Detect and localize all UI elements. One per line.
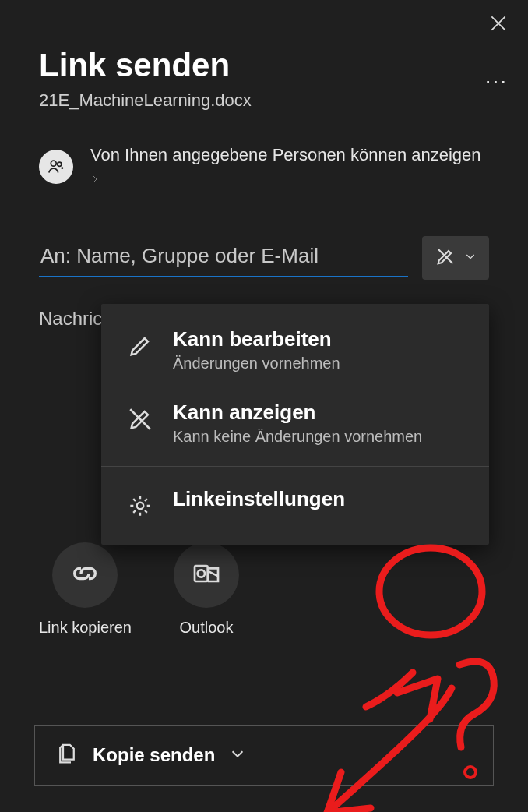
copy-link-button[interactable]: Link kopieren: [39, 542, 132, 637]
copy-file-icon: [55, 742, 79, 768]
gear-icon: [125, 490, 156, 521]
svg-point-2: [137, 503, 144, 510]
chevron-right-icon: [90, 168, 100, 188]
cannot-edit-icon: [435, 245, 456, 270]
more-options-button[interactable]: ···: [485, 69, 508, 94]
permission-level-button[interactable]: [422, 236, 489, 280]
chevron-down-icon: [229, 745, 246, 765]
people-icon: [39, 150, 73, 184]
permission-option-view[interactable]: Kann anzeigen Kann keine Änderungen vorn…: [101, 387, 489, 460]
permission-option-title: Kann bearbeiten: [173, 327, 340, 351]
send-copy-button[interactable]: Kopie senden: [34, 725, 494, 786]
send-copy-label: Kopie senden: [93, 744, 215, 766]
permission-option-title: Kann anzeigen: [173, 401, 422, 425]
svg-point-1: [58, 162, 62, 166]
permission-option-subtitle: Kann keine Änderungen vornehmen: [173, 428, 422, 446]
svg-point-4: [198, 570, 205, 577]
link-scope-button[interactable]: Von Ihnen angegebene Personen können anz…: [39, 143, 489, 189]
outlook-button[interactable]: Outlook: [174, 542, 239, 637]
file-name: 21E_MachineLearning.docx: [39, 90, 489, 111]
recipients-input[interactable]: [39, 239, 408, 277]
outlook-icon: [191, 558, 222, 592]
link-settings-title: Linkeinstellungen: [173, 487, 345, 511]
pencil-icon: [125, 330, 156, 362]
chevron-down-icon: [464, 250, 477, 266]
close-icon: [488, 13, 509, 34]
link-scope-text: Von Ihnen angegebene Personen können anz…: [90, 143, 489, 189]
svg-point-5: [379, 548, 482, 635]
svg-point-0: [51, 161, 56, 166]
dialog-title: Link senden: [39, 47, 489, 84]
permission-option-edit[interactable]: Kann bearbeiten Änderungen vornehmen: [101, 313, 489, 387]
permission-option-subtitle: Änderungen vornehmen: [173, 355, 340, 372]
permission-dropdown: Kann bearbeiten Änderungen vornehmen Kan…: [101, 304, 489, 545]
pencil-slash-icon: [125, 404, 156, 435]
close-button[interactable]: [486, 11, 511, 36]
copy-link-label: Link kopieren: [39, 619, 132, 637]
divider: [101, 466, 489, 467]
link-settings-option[interactable]: Linkeinstellungen: [101, 473, 489, 535]
outlook-label: Outlook: [180, 619, 234, 637]
link-icon: [69, 558, 100, 592]
